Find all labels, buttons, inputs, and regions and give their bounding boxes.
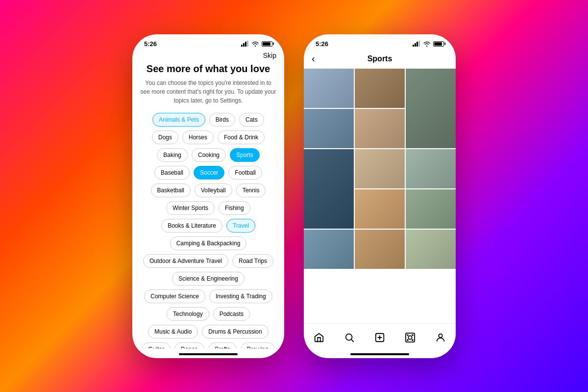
- topic-tag-4[interactable]: Horses: [182, 131, 214, 144]
- topic-tag-19[interactable]: Camping & Backpacking: [170, 236, 247, 250]
- svg-rect-5: [415, 43, 416, 47]
- bottom-bar-1: [132, 348, 284, 358]
- topic-tag-8[interactable]: Sports: [230, 148, 260, 162]
- svg-rect-2: [245, 42, 246, 47]
- svg-point-19: [439, 334, 442, 337]
- bottom-bar-2: [304, 348, 456, 358]
- svg-line-9: [351, 340, 353, 341]
- grid-cell-4[interactable]: [355, 109, 405, 148]
- topic-tag-7[interactable]: Cooking: [192, 148, 226, 162]
- grid-cell-2[interactable]: [406, 69, 456, 148]
- topic-tag-32[interactable]: Drawing: [241, 342, 275, 348]
- topic-tag-27[interactable]: Music & Audio: [148, 325, 198, 339]
- status-bar-1: 5:26: [132, 34, 284, 50]
- topic-tag-26[interactable]: Podcasts: [213, 307, 250, 321]
- topic-tag-16[interactable]: Fishing: [219, 201, 250, 215]
- svg-point-15: [407, 335, 408, 336]
- tags-container: Animals & PetsBirdsCatsDogsHorsesFood & …: [140, 113, 276, 348]
- topic-tag-1[interactable]: Birds: [209, 113, 235, 127]
- svg-point-16: [412, 335, 413, 336]
- home-indicator-1: [179, 353, 238, 355]
- feed-title: Sports: [312, 54, 448, 63]
- svg-rect-4: [413, 45, 414, 47]
- signal-icon: [241, 41, 249, 47]
- profile-nav-icon[interactable]: [432, 329, 449, 346]
- svg-point-18: [412, 340, 413, 340]
- topic-tag-11[interactable]: Football: [228, 166, 262, 180]
- grid-cell-3[interactable]: [304, 109, 354, 148]
- topics-content: Skip See more of what you love You can c…: [132, 50, 284, 348]
- home-nav-icon[interactable]: [310, 329, 328, 346]
- phone-feed: 5:26 ‹ Sports: [304, 34, 456, 358]
- wifi-icon-2: [423, 41, 431, 47]
- topic-tag-3[interactable]: Dogs: [152, 131, 178, 144]
- grid-cell-11[interactable]: [355, 230, 405, 269]
- battery-icon-1: [262, 41, 272, 47]
- search-nav-icon[interactable]: [341, 329, 358, 346]
- svg-rect-13: [406, 333, 415, 341]
- grid-cell-8[interactable]: [355, 189, 405, 229]
- photo-grid: [304, 69, 456, 269]
- topic-tag-21[interactable]: Road Trips: [232, 254, 273, 268]
- topic-tag-23[interactable]: Computer Science: [144, 289, 205, 303]
- topic-tag-15[interactable]: Winter Sports: [166, 201, 215, 215]
- grid-cell-9[interactable]: [406, 189, 456, 229]
- grid-cell-0[interactable]: [304, 69, 354, 108]
- topic-tag-0[interactable]: Animals & Pets: [152, 113, 205, 127]
- status-icons-1: [241, 41, 272, 47]
- topic-tag-2[interactable]: Cats: [239, 113, 264, 127]
- topic-tag-14[interactable]: Tennis: [236, 183, 266, 197]
- grid-cell-5[interactable]: [304, 149, 354, 229]
- add-nav-icon[interactable]: [371, 329, 389, 346]
- svg-point-17: [407, 340, 408, 340]
- photo-grid-container: [304, 69, 456, 323]
- topics-subtitle: You can choose the topics you're interes…: [140, 78, 276, 105]
- feed-header: ‹ Sports: [304, 50, 456, 69]
- topic-tag-20[interactable]: Outdoor & Adventure Travel: [143, 254, 228, 268]
- grid-cell-6[interactable]: [355, 149, 405, 188]
- topics-header: See more of what you love You can choose…: [140, 63, 276, 105]
- time-display-2: 5:26: [316, 40, 328, 48]
- topic-tag-9[interactable]: Baseball: [154, 166, 190, 180]
- reels-nav-icon[interactable]: [401, 329, 419, 346]
- topic-tag-12[interactable]: Basketball: [151, 183, 191, 197]
- topic-tag-10[interactable]: Soccer: [194, 166, 224, 180]
- topics-title: See more of what you love: [140, 63, 276, 75]
- svg-rect-6: [416, 42, 418, 47]
- topic-tag-28[interactable]: Drums & Percussion: [202, 325, 268, 339]
- home-indicator-2: [350, 353, 409, 355]
- svg-rect-0: [241, 45, 243, 47]
- topic-tag-30[interactable]: Dance: [174, 342, 204, 348]
- svg-rect-7: [418, 41, 420, 47]
- topic-tag-31[interactable]: Crafts: [208, 342, 237, 348]
- skip-button[interactable]: Skip: [140, 50, 276, 63]
- back-button[interactable]: ‹: [312, 53, 315, 64]
- topic-tag-25[interactable]: Technology: [167, 307, 209, 321]
- status-icons-2: [413, 41, 444, 47]
- grid-cell-12[interactable]: [406, 230, 456, 269]
- battery-icon-2: [433, 41, 444, 47]
- topic-tag-13[interactable]: Volleyball: [195, 183, 232, 197]
- status-bar-2: 5:26: [304, 34, 456, 50]
- wifi-icon: [251, 41, 259, 47]
- topic-tag-18[interactable]: Travel: [226, 219, 255, 233]
- topic-tag-5[interactable]: Food & Drink: [218, 131, 265, 144]
- topic-tag-24[interactable]: Investing & Trading: [209, 289, 272, 303]
- topic-tag-29[interactable]: Guitar: [142, 342, 171, 348]
- grid-cell-1[interactable]: [355, 69, 405, 108]
- signal-icon-2: [413, 41, 420, 47]
- svg-point-14: [408, 336, 412, 339]
- topic-tag-22[interactable]: Science & Engineering: [172, 272, 244, 286]
- topic-tag-6[interactable]: Baking: [157, 148, 188, 162]
- svg-rect-1: [243, 43, 245, 47]
- time-display-1: 5:26: [144, 40, 157, 48]
- svg-rect-3: [247, 41, 248, 47]
- phone-topics: 5:26 Skip See more of what yo: [132, 34, 284, 358]
- bottom-nav: [304, 323, 456, 348]
- grid-cell-7[interactable]: [406, 149, 456, 188]
- grid-cell-10[interactable]: [304, 230, 354, 269]
- topic-tag-17[interactable]: Books & Literature: [161, 219, 222, 233]
